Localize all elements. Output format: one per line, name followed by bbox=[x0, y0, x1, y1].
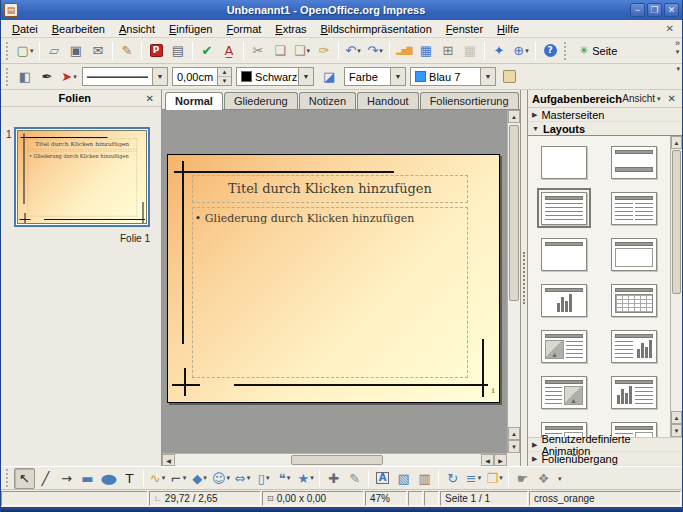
slide-workspace[interactable]: Titel durch Klicken hinzufügen • Glieder… bbox=[162, 110, 520, 466]
close-icon[interactable]: ✕ bbox=[666, 93, 678, 104]
gallery-icon[interactable]: ▥ bbox=[414, 468, 435, 489]
section-slide-transition[interactable]: ▶ Folienübergang bbox=[528, 452, 682, 466]
chevron-down-icon[interactable]: ▾ bbox=[203, 474, 207, 482]
restore-button[interactable]: ❐ bbox=[647, 3, 662, 17]
layout-title-only[interactable] bbox=[537, 234, 591, 274]
toolbar-grip[interactable] bbox=[6, 469, 11, 487]
undo-icon[interactable]: ↶▾ bbox=[342, 40, 364, 62]
line-color-select[interactable]: Schwarz ▼ bbox=[236, 67, 314, 86]
minimize-button[interactable]: − bbox=[630, 3, 645, 17]
basic-shapes-icon[interactable]: ◆▾ bbox=[189, 468, 210, 489]
text-icon[interactable]: T bbox=[119, 468, 140, 489]
chevron-down-icon[interactable]: ▾ bbox=[227, 474, 231, 482]
scrollbar-thumb[interactable] bbox=[672, 150, 681, 294]
layout-title-two-outline[interactable] bbox=[607, 188, 661, 228]
save-icon[interactable]: ▣ bbox=[65, 40, 87, 62]
toolbar-grip[interactable] bbox=[6, 68, 11, 86]
print-icon[interactable]: ▤ bbox=[167, 40, 189, 62]
chevron-down-icon[interactable]: ▾ bbox=[499, 474, 503, 482]
scroll-left-icon[interactable]: ◀ bbox=[481, 454, 494, 466]
title-placeholder[interactable]: Titel durch Klicken hinzufügen bbox=[192, 175, 468, 203]
rotate-icon[interactable]: ↻ bbox=[442, 468, 463, 489]
edit-file-icon[interactable]: ✎ bbox=[116, 40, 138, 62]
chevron-down-icon[interactable]: ▾ bbox=[266, 474, 270, 482]
tab-handout[interactable]: Handout bbox=[357, 92, 419, 109]
connector-icon[interactable]: ⌐▾ bbox=[168, 468, 189, 489]
tab-normal[interactable]: Normal bbox=[165, 92, 223, 110]
tab-gliederung[interactable]: Gliederung bbox=[224, 92, 298, 109]
arrow-style-icon[interactable]: ➤▾ bbox=[58, 66, 80, 88]
line-icon[interactable]: ╱ bbox=[35, 468, 56, 489]
help-icon[interactable]: ? bbox=[539, 40, 561, 62]
title-bar[interactable]: ▤ Unbenannt1 - OpenOffice.org Impress −❐… bbox=[1, 0, 682, 20]
layout-centered-content[interactable] bbox=[607, 234, 661, 274]
layout-title-outline-chart[interactable] bbox=[607, 326, 661, 366]
fill-style-icon[interactable]: ◪ bbox=[316, 66, 342, 88]
status-zoom-level[interactable]: 47% bbox=[365, 491, 407, 506]
close-icon[interactable]: ✕ bbox=[144, 93, 156, 104]
vertical-scrollbar[interactable]: ▲ ▲ ▼ bbox=[507, 110, 520, 453]
line-width-value[interactable]: 0,00cm bbox=[173, 68, 217, 85]
arrange-icon[interactable]: ❐▾ bbox=[484, 468, 505, 489]
toolbar-overflow-icon[interactable]: »▾ bbox=[675, 39, 680, 55]
stars-icon[interactable]: ★▾ bbox=[295, 468, 316, 489]
layouts-scrollbar[interactable]: ▲ ▲ ▼ bbox=[670, 136, 682, 437]
rectangle-icon[interactable]: ▬ bbox=[77, 468, 98, 489]
tab-notizen[interactable]: Notizen bbox=[299, 92, 356, 109]
export-pdf-icon[interactable]: P bbox=[145, 40, 167, 62]
menu-einfgen[interactable]: Einfügen bbox=[162, 22, 219, 36]
slide-canvas[interactable]: Titel durch Klicken hinzufügen • Glieder… bbox=[167, 154, 500, 403]
layout-title-outline-object[interactable] bbox=[537, 418, 591, 437]
layout-title-clipart-outline[interactable]: ▲ bbox=[537, 326, 591, 366]
tab-foliensortierung[interactable]: Foliensortierung bbox=[420, 92, 519, 109]
menu-fenster[interactable]: Fenster bbox=[439, 22, 490, 36]
grid-icon[interactable]: ▦ bbox=[459, 40, 481, 62]
redo-icon[interactable]: ↷▾ bbox=[364, 40, 386, 62]
fill-type-select[interactable]: Farbe ▼ bbox=[344, 67, 406, 86]
chevron-down-icon[interactable]: ▾ bbox=[478, 474, 482, 482]
section-masterpages[interactable]: ▶ Masterseiten bbox=[528, 108, 682, 122]
block-arrows-icon[interactable]: ⇔▾ bbox=[232, 468, 253, 489]
menu-bearbeiten[interactable]: Bearbeiten bbox=[45, 22, 112, 36]
chevron-down-icon[interactable]: ▾ bbox=[525, 47, 529, 55]
line-dialog-icon[interactable]: ✒ bbox=[36, 66, 58, 88]
extrusion-icon[interactable]: ❖ bbox=[533, 468, 554, 489]
open-icon[interactable]: ▱ bbox=[43, 40, 65, 62]
menu-datei[interactable]: Datei bbox=[5, 22, 45, 36]
chevron-down-icon[interactable]: ▾ bbox=[30, 47, 34, 55]
line-width-spinner[interactable]: 0,00cm ▲▼ bbox=[172, 67, 232, 86]
layout-blank[interactable] bbox=[537, 142, 591, 182]
menu-ansicht[interactable]: Ansicht bbox=[112, 22, 162, 36]
toolbar-grip[interactable] bbox=[564, 42, 569, 60]
line-style-select[interactable]: ▼ bbox=[82, 67, 168, 86]
format-paintbrush-icon[interactable]: ✑ bbox=[313, 40, 335, 62]
curve-icon[interactable]: ∿▾ bbox=[147, 468, 168, 489]
status-template-name[interactable]: cross_orange bbox=[529, 491, 681, 506]
scrollbar-thumb[interactable] bbox=[509, 125, 519, 301]
fill-color-select[interactable]: Blau 7 ▼ bbox=[410, 67, 496, 86]
fontwork-icon[interactable]: A bbox=[372, 468, 393, 489]
chevron-down-icon[interactable]: ▾ bbox=[379, 47, 383, 55]
toolbar-overflow-icon[interactable]: ▾ bbox=[558, 475, 562, 482]
slide-thumbnail[interactable]: Titel durch Klicken hinzufügen • Glieder… bbox=[14, 127, 150, 227]
section-layouts[interactable]: ▼ Layouts bbox=[528, 122, 682, 136]
chevron-down-icon[interactable]: ▾ bbox=[162, 474, 166, 482]
spin-down-icon[interactable]: ▼ bbox=[218, 77, 231, 85]
close-button[interactable]: ✕ bbox=[664, 3, 679, 17]
edit-points-icon[interactable]: ✚ bbox=[323, 468, 344, 489]
menu-hilfe[interactable]: Hilfe bbox=[490, 22, 526, 36]
panel-splitter[interactable] bbox=[521, 90, 528, 466]
chart-icon[interactable]: ▂▅▇ bbox=[393, 40, 415, 62]
navigator-icon[interactable]: ✦ bbox=[488, 40, 510, 62]
align-icon[interactable]: ≡▾ bbox=[463, 468, 484, 489]
interaction-icon[interactable]: ☛ bbox=[512, 468, 533, 489]
new-icon[interactable]: ▢▾ bbox=[14, 40, 36, 62]
insert-object-icon[interactable]: ⊞ bbox=[437, 40, 459, 62]
view-menu-button[interactable]: Ansicht bbox=[622, 93, 655, 104]
shadow-icon[interactable] bbox=[498, 66, 520, 88]
toolbar-grip[interactable] bbox=[6, 42, 11, 60]
spellcheck-icon[interactable]: ✔ bbox=[196, 40, 218, 62]
auto-spellcheck-icon[interactable]: A̲ bbox=[218, 40, 240, 62]
page-button[interactable]: ✳ Seite bbox=[572, 40, 624, 62]
select-icon[interactable]: ↖ bbox=[14, 468, 35, 489]
